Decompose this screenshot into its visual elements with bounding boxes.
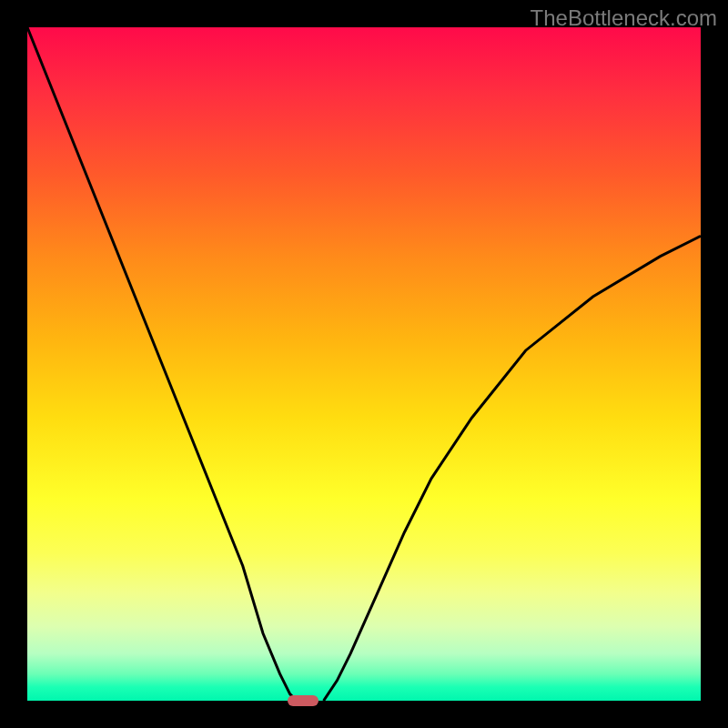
left-curve xyxy=(27,27,297,701)
curve-overlay xyxy=(27,27,701,701)
right-curve xyxy=(324,236,701,701)
plot-area xyxy=(27,27,701,701)
watermark-text: TheBottleneck.com xyxy=(531,5,717,31)
optimum-marker xyxy=(288,695,318,706)
